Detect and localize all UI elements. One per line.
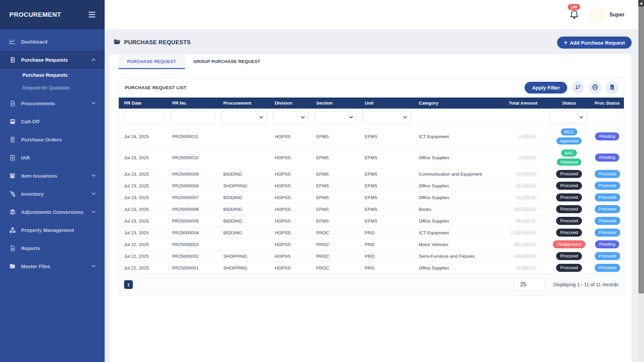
filter-select-status[interactable]	[550, 111, 587, 123]
sidebar-item-inventory[interactable]: Inventory	[0, 185, 105, 203]
scroll-up-arrow-icon[interactable]	[638, 0, 644, 6]
cell-section: EFMS	[312, 215, 361, 227]
tab-bar: PURCHASE REQUESTGROUP PURCHASE REQUEST	[109, 54, 632, 69]
filter-cell-division	[271, 109, 312, 126]
cell-proc-status: Procured	[591, 168, 624, 180]
status-badge-pending: Pending	[595, 132, 619, 140]
status-badge-procured: Procured	[595, 252, 621, 260]
content: PURCHASE REQUESTS + Add Purchase Request…	[105, 29, 644, 362]
tab-purchase-request[interactable]: PURCHASE REQUEST	[118, 54, 185, 69]
chevron-down-icon	[91, 209, 96, 214]
sidebar-item-label: Adjustments Conversions	[21, 209, 84, 215]
cell-status: Procured	[548, 215, 591, 227]
cell-total-amount: 1,100,000.00	[500, 227, 547, 239]
cell-pr-date: Jul 22, 2025	[119, 250, 168, 262]
sidebar-subitem-purchase-requests[interactable]: Purchase Requests	[0, 69, 105, 81]
sidebar-item-item-issuances[interactable]: Item Issuances	[0, 167, 105, 185]
status-badge-procured: Procured	[556, 264, 582, 272]
bell-icon	[569, 15, 580, 20]
table-row-pr25000008[interactable]: Jul 23, 2025PR25000008SHOPPINGHOPSSEFMSE…	[119, 180, 624, 192]
panel-title: PURCHASE REQUEST LIST	[125, 85, 186, 90]
cell-proc-status: Procured	[591, 262, 624, 274]
filter-input-pr-no[interactable]	[170, 111, 215, 123]
brand-title: PROCUREMENT	[9, 11, 61, 18]
user-name[interactable]: Super	[609, 12, 625, 18]
cell-unit: PRO	[361, 262, 415, 274]
avatar[interactable]	[590, 7, 605, 22]
sidebar-item-dashboard[interactable]: Dashboard	[0, 33, 105, 51]
per-page-input[interactable]	[514, 278, 545, 291]
status-badge-procured: Procured	[595, 182, 621, 190]
cell-procurement: SHOPPING	[219, 262, 271, 274]
apply-filter-button[interactable]: Apply Filter	[525, 82, 567, 94]
cell-total-amount: 80,000.00	[500, 215, 547, 227]
cell-pr-no: PR25000001	[168, 262, 219, 274]
filter-select-unit[interactable]	[363, 111, 411, 123]
table-row-pr25000009[interactable]: Jul 23, 2025PR25000009BIDDINGHOPSSEFMSEF…	[119, 168, 624, 180]
table-row-pr25000002[interactable]: Jul 22, 2025PR25000002SHOPPINGHOPSSPROCP…	[119, 250, 624, 262]
cell-procurement	[219, 147, 271, 168]
chevron-down-icon	[579, 115, 584, 120]
table-row-pr25000005[interactable]: Jul 23, 2025PR25000005BIDDINGHOPSSEFMSEF…	[119, 215, 624, 227]
app-root: PROCUREMENT Dashboard Purchase Requests …	[0, 0, 644, 362]
filter-select-procurement[interactable]	[221, 111, 267, 123]
cell-proc-status: Procured	[591, 203, 624, 215]
sidebar-item-property-management[interactable]: Property Management	[0, 221, 105, 239]
sidebar-item-purchase-requests[interactable]: Purchase Requests	[0, 51, 105, 69]
cell-division: HOPSS	[271, 262, 312, 274]
sidebar-item-iar[interactable]: IAR	[0, 148, 105, 167]
table-row-pr25000011[interactable]: Jul 24, 2025PR25000011HOPSSEFMSEFMSICT E…	[119, 126, 624, 147]
status-badge-procured: Procured	[595, 217, 621, 225]
table-row-pr25000010[interactable]: Jul 23, 2025PR25000010HOPSSEFMSEFMSOffic…	[119, 147, 624, 168]
table-row-pr25000007[interactable]: Jul 23, 2025PR25000007BIDDINGHOPSSEFMSEF…	[119, 192, 624, 203]
add-purchase-request-button[interactable]: + Add Purchase Request	[557, 37, 632, 49]
chevron-down-icon	[403, 115, 408, 120]
page-head: PURCHASE REQUESTS + Add Purchase Request	[109, 35, 632, 54]
sidebar-item-adjustments-conversions[interactable]: Adjustments Conversions	[0, 203, 105, 221]
cell-total-amount: 1,000.00	[500, 126, 547, 147]
sidebar-item-label: Inventory	[21, 191, 44, 197]
status-badge-procured: Procured	[556, 252, 582, 260]
cell-unit: EFMS	[361, 192, 415, 203]
table-row-pr25000006[interactable]: Jul 23, 2025PR25000006BIDDINGHOPSSEFMSEF…	[119, 203, 624, 215]
vertical-scrollbar[interactable]	[638, 0, 644, 362]
sidebar-item-reports[interactable]: Reports	[0, 239, 105, 257]
sidebar-item-call-off[interactable]: Call-Off	[0, 112, 105, 130]
cell-status: Procured	[548, 203, 591, 215]
sidebar-item-purchase-orders[interactable]: Purchase Orders	[0, 130, 105, 148]
cell-section: PROC	[312, 239, 361, 250]
column-header-unit: Unit	[361, 98, 415, 109]
file-lines-icon	[9, 56, 16, 63]
notifications-button[interactable]: 149	[569, 9, 580, 21]
table-row-pr25000003[interactable]: Jul 22, 2025PR25000003HOPSSPROCPROMotor …	[119, 239, 624, 250]
cell-pr-date: Jul 23, 2025	[119, 215, 168, 227]
cell-section: EFMS	[312, 180, 361, 192]
cell-pr-no: PR25000011	[168, 126, 219, 147]
filter-select-section[interactable]	[314, 111, 357, 123]
export-excel-button[interactable]	[606, 81, 619, 94]
page-title: PURCHASE REQUESTS	[124, 39, 191, 46]
filter-cell-unit	[361, 109, 415, 126]
sidebar-item-master-files[interactable]: Master Files	[0, 257, 105, 275]
scrollbar-thumb[interactable]	[639, 6, 644, 293]
cell-status: Procured	[548, 168, 591, 180]
tab-group-purchase-request[interactable]: GROUP PURCHASE REQUEST	[185, 54, 269, 69]
sidebar-item-procurements[interactable]: Procurements	[0, 94, 105, 112]
print-button[interactable]	[589, 81, 601, 94]
hamburger-menu-icon[interactable]	[89, 12, 95, 17]
layers-icon	[9, 208, 16, 216]
sort-button[interactable]	[572, 81, 584, 94]
filter-select-division[interactable]	[273, 111, 309, 123]
status-badge-procured: Procured	[556, 205, 582, 213]
table-row-pr25000004[interactable]: Jul 23, 2025PR25000004BIDDINGHOPSSPROCPR…	[119, 227, 624, 239]
cell-division: HOPSS	[271, 168, 312, 180]
box-open-icon	[9, 118, 16, 125]
filter-input-pr-date[interactable]	[124, 111, 165, 123]
table-row-pr25000001[interactable]: Jul 22, 2025PR25000001SHOPPINGHOPSSPROCP…	[119, 262, 624, 274]
status-badge-mcc-approved: MCC Approved	[556, 128, 582, 144]
cell-unit: EFMS	[361, 203, 415, 215]
cell-pr-date: Jul 23, 2025	[119, 180, 168, 192]
sidebar-item-label: Item Issuances	[21, 173, 57, 179]
sidebar-subitem-request-for-quotation[interactable]: Request for Quotation	[0, 81, 105, 94]
page-1-button[interactable]: 1	[124, 280, 133, 289]
